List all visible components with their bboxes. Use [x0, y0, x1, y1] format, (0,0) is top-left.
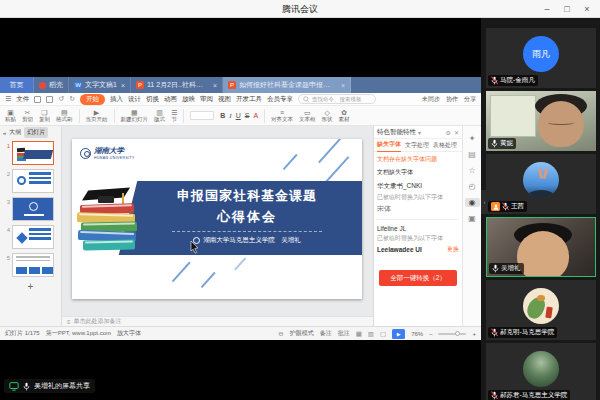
align-text-button[interactable]: ≡对齐文本: [271, 109, 293, 123]
maximize-button[interactable]: □: [558, 4, 576, 14]
tab-missing-fonts[interactable]: 缺失字体: [377, 138, 401, 152]
new-slide-button[interactable]: ▦新建幻灯片: [121, 109, 149, 123]
undo-icon[interactable]: ↺: [58, 95, 64, 103]
menu-transition[interactable]: 切换: [146, 95, 159, 104]
enlarge-font-toggle[interactable]: 放大字体: [117, 329, 141, 338]
panel-icon[interactable]: ▣: [468, 214, 476, 223]
play-from-current-button[interactable]: ▶当页开始: [86, 109, 108, 123]
wps-menu-bar: ☰ 文件 ↺ ↻ 开始 插入 设计 切换 动画 放映 审阅 视图 开发工具 会员…: [0, 93, 481, 106]
slide-thumbnail-2[interactable]: 2: [0, 167, 61, 195]
comments-toggle[interactable]: 批注: [338, 329, 350, 338]
favorites-icon[interactable]: ☆: [468, 166, 475, 175]
section-button[interactable]: ☰节: [171, 109, 177, 123]
menu-design[interactable]: 设计: [128, 95, 141, 104]
slide-thumbnail-3[interactable]: 3: [0, 195, 61, 223]
menu-animation[interactable]: 动画: [164, 95, 177, 104]
menu-start[interactable]: 开始: [80, 94, 105, 105]
zoom-in-button[interactable]: +: [472, 331, 476, 337]
font-size-combo[interactable]: [190, 111, 214, 120]
hamburger-icon[interactable]: ☰: [5, 95, 11, 103]
zoom-slider[interactable]: [438, 333, 466, 335]
font-color-button[interactable]: A: [253, 112, 258, 119]
close-tab-icon[interactable]: ×: [121, 82, 125, 89]
notes-toggle[interactable]: 备注: [320, 329, 332, 338]
sorter-view-icon[interactable]: ▥: [368, 330, 374, 338]
smart-features-icon[interactable]: ◉: [465, 198, 480, 207]
close-tab-icon[interactable]: ×: [213, 82, 217, 89]
format-painter-button[interactable]: ▤格式刷: [56, 109, 73, 123]
tab-text-processing[interactable]: 文字处理: [405, 139, 429, 152]
chevron-down-icon[interactable]: ▾: [418, 129, 421, 136]
zoom-out-button[interactable]: –: [429, 331, 432, 337]
pane-close-icon[interactable]: ✕: [454, 129, 459, 136]
notes-bar[interactable]: ≡ 单击此处添加备注: [62, 316, 373, 326]
underline-button[interactable]: U: [236, 112, 241, 119]
collapse-panel-icon[interactable]: «: [3, 130, 6, 136]
participant-tile[interactable]: 王茜: [486, 154, 596, 214]
participant-tile[interactable]: 黄妮: [486, 91, 596, 151]
reading-view-icon[interactable]: ▢: [380, 330, 386, 338]
shape-button[interactable]: ◇形状: [322, 109, 333, 123]
minimize-button[interactable]: –: [538, 4, 556, 14]
participant-tile-speaking[interactable]: 吴增礼: [486, 217, 596, 277]
tab-document-writer[interactable]: W 文字文稿1 ×: [69, 77, 131, 93]
slide-thumbnail-5[interactable]: 5: [0, 251, 61, 279]
history-icon[interactable]: ◴: [469, 182, 476, 191]
close-tab-icon[interactable]: ×: [341, 82, 345, 89]
save-icon[interactable]: [34, 96, 41, 103]
tab-table-processing[interactable]: 表格处理: [433, 139, 457, 152]
decor-line: [234, 257, 246, 270]
slide-thumbnail-4[interactable]: 4: [0, 223, 61, 251]
outline-tab[interactable]: 大纲: [9, 128, 21, 137]
bold-button[interactable]: B: [220, 112, 225, 119]
participant-tile[interactable]: 郝克明-马克思学院: [486, 280, 596, 340]
missing-font-card[interactable]: Lifeline JL 已被临时替换为以下字体 Leelawadee UI 更换: [374, 223, 462, 256]
collaborate-button[interactable]: 协作: [446, 95, 458, 104]
properties-icon[interactable]: ▤: [468, 150, 476, 159]
missing-font-card[interactable]: 华文隶书_CNKI 已被临时替换为以下字体 宋体: [374, 180, 462, 216]
command-search-box[interactable]: 查找命令、搜索模板: [298, 94, 376, 104]
menu-slideshow[interactable]: 放映: [182, 95, 195, 104]
normal-view-icon[interactable]: ▦: [356, 330, 362, 338]
participant-tile[interactable]: 雨凡 马院-金雨凡: [486, 28, 596, 88]
redo-icon[interactable]: ↻: [69, 95, 75, 103]
slide-counter: 幻灯片 1/175: [5, 329, 40, 338]
slide-thumbnail-1[interactable]: 1: [0, 139, 61, 167]
close-button[interactable]: ×: [578, 4, 596, 14]
menu-view[interactable]: 视图: [218, 95, 231, 104]
paste-button[interactable]: ▣粘贴: [5, 109, 16, 123]
participant-tile[interactable]: 郝苏君-马克思主义学院: [486, 343, 596, 400]
tab-document-ppt-1[interactable]: P 11 2月2日..社科申报课程 ×: [131, 77, 223, 93]
tab-docer[interactable]: 稻壳: [34, 77, 69, 93]
textbox-button[interactable]: ▭文本框: [299, 109, 316, 123]
pane-settings-icon[interactable]: ⚙: [446, 129, 451, 136]
print-icon[interactable]: [46, 96, 53, 103]
tab-wps-home[interactable]: 首页: [0, 77, 34, 93]
menu-insert[interactable]: 插入: [110, 95, 123, 104]
italic-button[interactable]: I: [229, 112, 231, 120]
convert-all-button[interactable]: 全部一键转换（2）: [379, 270, 457, 286]
strikethrough-button[interactable]: S: [245, 112, 250, 119]
share-button[interactable]: 分享: [464, 95, 476, 104]
slide-1[interactable]: 湖南大学 HUNAN UNIVERSITY 申报国家社科基金课题 心得体会: [72, 139, 362, 299]
zoom-slider-knob[interactable]: [455, 331, 460, 336]
layout-button[interactable]: ▥版式: [154, 109, 165, 123]
slides-tab[interactable]: 幻灯片: [24, 127, 48, 138]
add-slide-button[interactable]: +: [0, 281, 61, 292]
material-button[interactable]: ✿素材: [339, 109, 350, 123]
eye-mode-toggle[interactable]: 护眼模式: [290, 329, 314, 338]
recommend-icon[interactable]: ✦: [469, 134, 476, 143]
copy-button[interactable]: ❏复制: [39, 109, 50, 123]
menu-file[interactable]: 文件: [16, 95, 29, 104]
notes-icon: ≡: [67, 319, 71, 325]
play-slideshow-button[interactable]: ▶: [392, 329, 405, 339]
menu-member[interactable]: 会员专享: [267, 95, 293, 104]
sync-status[interactable]: 未同步: [422, 95, 440, 104]
cut-button[interactable]: ✂剪切: [22, 109, 33, 123]
replace-font-link[interactable]: 更换: [447, 245, 459, 254]
slide-byline: 湖南大学马克思主义学院 吴增礼: [203, 236, 301, 245]
menu-devtools[interactable]: 开发工具: [236, 95, 262, 104]
menu-review[interactable]: 审阅: [200, 95, 213, 104]
share-banner: 吴增礼的屏幕共享: [4, 379, 95, 393]
tab-document-ppt-active[interactable]: P 如何报好社科基金课题申报书7622.pptx ×: [223, 77, 351, 93]
